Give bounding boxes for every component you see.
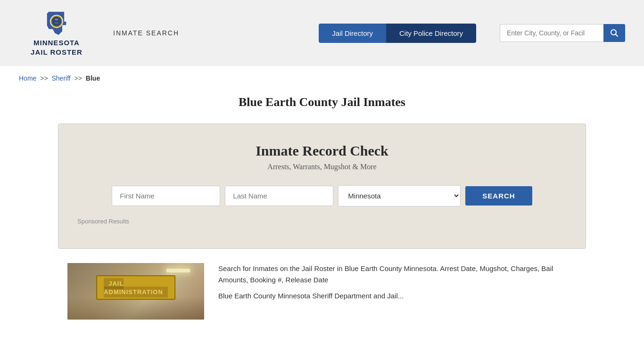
sponsored-results: Sponsored Results (77, 218, 567, 225)
jail-image: JAIL ADMINISTRATION (67, 263, 204, 320)
jail-image-inner: JAIL ADMINISTRATION (67, 263, 204, 320)
record-check-form: AlabamaAlaskaArizonaArkansasCaliforniaCo… (77, 185, 567, 206)
svg-point-1 (51, 16, 62, 27)
record-check-subtitle: Arrests, Warrants, Mugshot & More (77, 163, 567, 171)
city-police-directory-button[interactable]: City Police Directory (386, 24, 476, 43)
nav-buttons: Jail Directory City Police Directory (319, 24, 476, 43)
record-check-box: Inmate Record Check Arrests, Warrants, M… (58, 123, 586, 249)
record-check-title: Inmate Record Check (77, 143, 567, 159)
page-title-area: Blue Earth County Jail Inmates (0, 90, 644, 119)
breadcrumb-sheriff[interactable]: Sheriff (52, 74, 71, 82)
logo-area: MN SEAL MINNESOTA JAIL ROSTER (19, 9, 94, 57)
svg-line-5 (616, 34, 618, 37)
jail-directory-button[interactable]: Jail Directory (319, 24, 386, 43)
svg-text:MN: MN (55, 18, 58, 21)
content-text: Search for Inmates on the Jail Roster in… (218, 263, 577, 306)
breadcrumb-sep2: >> (74, 74, 82, 82)
page-title: Blue Earth County Jail Inmates (19, 95, 625, 109)
search-input[interactable] (500, 24, 603, 42)
breadcrumb: Home >> Sheriff >> Blue (0, 66, 644, 90)
site-logo-title: MINNESOTA JAIL ROSTER (31, 38, 83, 57)
svg-text:SEAL: SEAL (55, 22, 59, 24)
ceiling-light (166, 269, 190, 272)
search-button[interactable] (603, 24, 625, 42)
admin-sign-text: JAIL ADMINISTRATION (104, 278, 168, 297)
site-header: MN SEAL MINNESOTA JAIL ROSTER INMATE SEA… (0, 0, 644, 66)
first-name-input[interactable] (112, 186, 220, 206)
content-description2: Blue Earth County Minnesota Sheriff Depa… (218, 290, 577, 302)
search-icon (610, 29, 619, 37)
breadcrumb-home[interactable]: Home (19, 74, 36, 82)
minnesota-map-icon: MN SEAL (45, 9, 68, 35)
content-section: JAIL ADMINISTRATION Search for Inmates o… (58, 263, 586, 338)
inmate-search-link[interactable]: INMATE SEARCH (113, 29, 179, 37)
state-select[interactable]: AlabamaAlaskaArizonaArkansasCaliforniaCo… (338, 185, 461, 206)
last-name-input[interactable] (225, 186, 333, 206)
header-search-bar (500, 24, 625, 42)
breadcrumb-sep1: >> (40, 74, 48, 82)
breadcrumb-current: Blue (86, 74, 100, 82)
record-search-button[interactable]: SEARCH (465, 186, 532, 206)
content-description1: Search for Inmates on the Jail Roster in… (218, 263, 577, 286)
